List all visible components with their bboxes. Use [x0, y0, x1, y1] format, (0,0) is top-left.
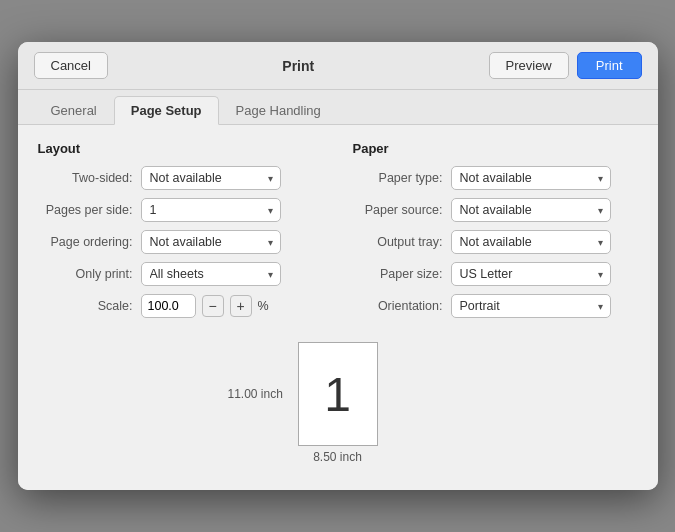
scale-minus-button[interactable]: −	[202, 295, 224, 317]
two-sided-row: Two-sided: Not available ▾	[38, 166, 323, 190]
width-label: 8.50 inch	[313, 450, 362, 464]
scale-plus-button[interactable]: +	[230, 295, 252, 317]
only-print-select-wrapper: All sheets ▾	[141, 262, 281, 286]
page-ordering-label: Page ordering:	[38, 235, 133, 249]
paper-type-select-wrapper: Not available ▾	[451, 166, 611, 190]
page-ordering-row: Page ordering: Not available ▾	[38, 230, 323, 254]
scale-controls: − + %	[141, 294, 269, 318]
scale-input[interactable]	[141, 294, 196, 318]
orientation-select-wrapper: Portrait ▾	[451, 294, 611, 318]
cancel-button[interactable]: Cancel	[34, 52, 108, 79]
output-tray-label: Output tray:	[353, 235, 443, 249]
title-bar-right-buttons: Preview Print	[489, 52, 642, 79]
sections-container: Layout Two-sided: Not available ▾ Pages …	[38, 141, 638, 326]
page-ordering-select-wrapper: Not available ▾	[141, 230, 281, 254]
page-preview-area: 11.00 inch 1 8.50 inch	[38, 326, 638, 474]
tab-page-setup[interactable]: Page Setup	[114, 96, 219, 125]
orientation-select[interactable]: Portrait	[451, 294, 611, 318]
page-preview: 1	[298, 342, 378, 446]
print-dialog: Cancel Print Preview Print General Page …	[18, 42, 658, 490]
output-tray-select-wrapper: Not available ▾	[451, 230, 611, 254]
paper-source-row: Paper source: Not available ▾	[353, 198, 638, 222]
paper-type-label: Paper type:	[353, 171, 443, 185]
pages-per-side-select[interactable]: 1	[141, 198, 281, 222]
tab-general[interactable]: General	[34, 96, 114, 124]
orientation-label: Orientation:	[353, 299, 443, 313]
tab-page-handling[interactable]: Page Handling	[219, 96, 338, 124]
page-setup-content: Layout Two-sided: Not available ▾ Pages …	[18, 125, 658, 490]
only-print-row: Only print: All sheets ▾	[38, 262, 323, 286]
paper-size-select-wrapper: US Letter ▾	[451, 262, 611, 286]
paper-section: Paper Paper type: Not available ▾ Paper …	[353, 141, 638, 326]
paper-source-label: Paper source:	[353, 203, 443, 217]
print-button[interactable]: Print	[577, 52, 642, 79]
output-tray-row: Output tray: Not available ▾	[353, 230, 638, 254]
pages-per-side-select-wrapper: 1 ▾	[141, 198, 281, 222]
paper-source-select[interactable]: Not available	[451, 198, 611, 222]
paper-source-select-wrapper: Not available ▾	[451, 198, 611, 222]
paper-section-title: Paper	[353, 141, 638, 156]
preview-button[interactable]: Preview	[489, 52, 569, 79]
orientation-row: Orientation: Portrait ▾	[353, 294, 638, 318]
title-bar: Cancel Print Preview Print	[18, 42, 658, 90]
only-print-label: Only print:	[38, 267, 133, 281]
two-sided-select-wrapper: Not available ▾	[141, 166, 281, 190]
page-preview-wrapper: 11.00 inch 1	[298, 342, 378, 446]
paper-type-row: Paper type: Not available ▾	[353, 166, 638, 190]
dialog-title: Print	[108, 58, 489, 74]
pages-per-side-row: Pages per side: 1 ▾	[38, 198, 323, 222]
scale-row: Scale: − + %	[38, 294, 323, 318]
scale-label: Scale:	[38, 299, 133, 313]
page-number: 1	[324, 367, 351, 422]
only-print-select[interactable]: All sheets	[141, 262, 281, 286]
title-bar-left-buttons: Cancel	[34, 52, 108, 79]
two-sided-select[interactable]: Not available	[141, 166, 281, 190]
page-ordering-select[interactable]: Not available	[141, 230, 281, 254]
two-sided-label: Two-sided:	[38, 171, 133, 185]
paper-size-select[interactable]: US Letter	[451, 262, 611, 286]
tabs-bar: General Page Setup Page Handling	[18, 90, 658, 125]
layout-section-title: Layout	[38, 141, 323, 156]
paper-size-label: Paper size:	[353, 267, 443, 281]
paper-type-select[interactable]: Not available	[451, 166, 611, 190]
pages-per-side-label: Pages per side:	[38, 203, 133, 217]
layout-section: Layout Two-sided: Not available ▾ Pages …	[38, 141, 323, 326]
paper-size-row: Paper size: US Letter ▾	[353, 262, 638, 286]
scale-unit: %	[258, 299, 269, 313]
height-label: 11.00 inch	[228, 387, 283, 401]
output-tray-select[interactable]: Not available	[451, 230, 611, 254]
